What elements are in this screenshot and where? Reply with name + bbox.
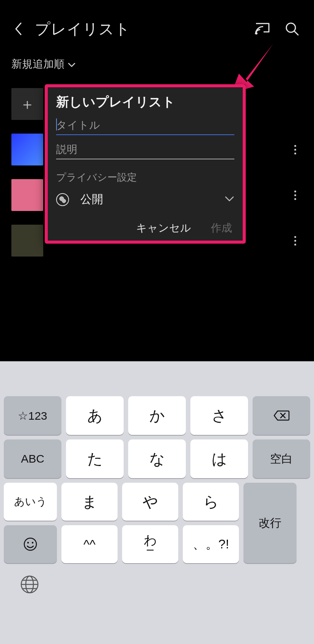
title-input[interactable]: [56, 118, 234, 135]
create-button[interactable]: 作成: [209, 219, 234, 238]
privacy-value: 公開: [80, 192, 225, 207]
cancel-button[interactable]: キャンセル: [135, 219, 193, 238]
key-punct[interactable]: 、。?!: [183, 525, 239, 563]
chevron-left-icon: [14, 22, 22, 36]
cast-icon: [255, 22, 270, 35]
key-backspace[interactable]: [253, 396, 310, 435]
dialog-buttons: キャンセル 作成: [48, 216, 243, 238]
key-caret[interactable]: ^^: [61, 525, 118, 563]
more-vertical-icon: [294, 145, 296, 154]
page-title: プレイリスト: [35, 19, 130, 39]
key-emoji[interactable]: [4, 525, 57, 563]
more-button[interactable]: [287, 233, 303, 248]
search-icon: [285, 22, 299, 36]
app-header: プレイリスト: [0, 10, 314, 48]
key-mode-abc[interactable]: ABC: [4, 439, 61, 478]
description-field-wrap: [56, 142, 234, 159]
cast-button[interactable]: [251, 17, 274, 40]
emoji-icon: [23, 537, 38, 552]
key-a[interactable]: あ: [66, 396, 124, 435]
svg-point-6: [24, 538, 36, 550]
key-ra[interactable]: ら: [183, 483, 239, 521]
key-ma[interactable]: ま: [61, 483, 118, 521]
backspace-icon: [273, 410, 290, 421]
globe-icon: [20, 575, 39, 594]
chevron-down-icon: [68, 58, 76, 70]
key-wa-sub: ー: [146, 546, 154, 555]
sort-dropdown[interactable]: 新規追加順: [0, 48, 314, 74]
key-na[interactable]: な: [128, 439, 186, 478]
key-ha[interactable]: は: [190, 439, 248, 478]
key-mode-num[interactable]: ☆123: [4, 396, 61, 435]
more-button[interactable]: [287, 187, 303, 203]
keyboard-footer: [0, 563, 314, 609]
more-vertical-icon: [294, 236, 296, 246]
svg-point-7: [27, 542, 29, 543]
key-ta[interactable]: た: [66, 439, 124, 478]
globe-icon: [56, 193, 69, 206]
key-wa[interactable]: わ ー: [122, 525, 178, 563]
search-button[interactable]: [281, 17, 303, 40]
key-wa-main: わ: [144, 534, 157, 546]
key-ya[interactable]: や: [122, 483, 178, 521]
key-return[interactable]: 改行: [243, 483, 297, 563]
plus-icon: ＋: [11, 88, 43, 120]
new-playlist-dialog: 新しいプレイリスト プライバシー設定 公開 キャンセル 作成: [45, 84, 246, 244]
key-ka[interactable]: か: [128, 396, 186, 435]
privacy-section-label: プライバシー設定: [48, 166, 243, 188]
key-mode-kana[interactable]: あいう: [4, 483, 57, 521]
key-globe[interactable]: [20, 575, 42, 597]
sort-label: 新規追加順: [11, 57, 64, 71]
svg-line-2: [294, 31, 298, 35]
chevron-down-icon: [225, 196, 234, 203]
title-field-wrap: [56, 118, 234, 135]
text-caret-icon: [56, 118, 57, 131]
svg-point-8: [32, 542, 33, 543]
key-space[interactable]: 空白: [253, 439, 310, 478]
privacy-dropdown[interactable]: 公開: [48, 188, 243, 216]
more-button[interactable]: [287, 142, 303, 157]
playlist-thumbnail: [11, 134, 43, 165]
svg-point-0: [255, 32, 257, 35]
dialog-title: 新しいプレイリスト: [48, 92, 243, 118]
dialog-highlight: 新しいプレイリスト プライバシー設定 公開 キャンセル 作成: [45, 84, 246, 244]
more-vertical-icon: [294, 191, 296, 200]
playlist-thumbnail: [11, 179, 43, 211]
key-sa[interactable]: さ: [190, 396, 248, 435]
back-button[interactable]: [11, 21, 26, 36]
description-input[interactable]: [56, 142, 234, 159]
software-keyboard: ☆123 あ か さ ABC た な は 空白 あいう ま や ら 改行: [0, 361, 314, 644]
playlist-thumbnail: [11, 225, 43, 257]
